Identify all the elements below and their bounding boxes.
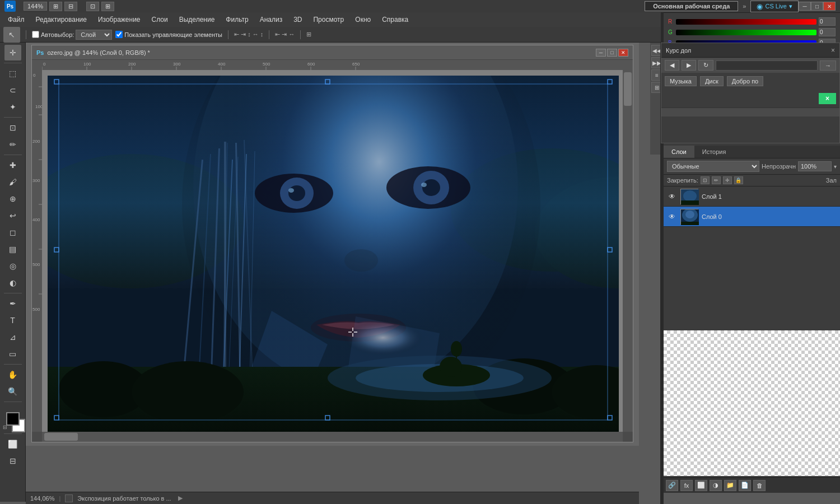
layer-effects-button[interactable]: fx <box>680 480 693 491</box>
zoom-expand-icon[interactable]: ⊞ <box>49 2 62 11</box>
hscroll-thumb[interactable] <box>44 433 78 441</box>
path-tool[interactable]: ⊿ <box>4 329 21 345</box>
link-layers-button[interactable]: 🔗 <box>666 480 678 491</box>
disk-button[interactable]: Диск <box>700 76 724 86</box>
add-mask-button[interactable]: ⬜ <box>695 480 707 491</box>
eyedropper-tool[interactable]: ✏ <box>4 137 21 152</box>
autoselect-select[interactable]: Слой Группа <box>76 30 112 40</box>
browser-refresh-button[interactable]: ↻ <box>698 60 713 71</box>
quick-mask-tool[interactable]: ⬜ <box>4 436 21 452</box>
layer-visibility-toggle[interactable]: 👁 <box>667 192 677 202</box>
browser-bottom-bar <box>661 108 839 116</box>
blur-tool[interactable]: ◎ <box>4 258 21 274</box>
zoom-display[interactable]: 144% <box>24 2 47 11</box>
autoselect-checkbox[interactable] <box>32 31 39 38</box>
lasso-tool[interactable]: ⊂ <box>4 82 21 98</box>
new-group-button[interactable]: 📁 <box>724 480 736 491</box>
dodge-tool[interactable]: ◐ <box>4 275 21 291</box>
gradient-tool[interactable]: ▤ <box>4 241 21 257</box>
delete-layer-button[interactable]: 🗑 <box>753 480 766 491</box>
music-button[interactable]: Музыка <box>665 76 697 86</box>
browser-back-button[interactable]: ◀ <box>665 60 679 71</box>
browser-go-button[interactable]: → <box>820 60 836 71</box>
menu-edit[interactable]: Редактирование <box>30 14 92 25</box>
extend-button[interactable]: » <box>743 3 746 10</box>
pen-tool[interactable]: ✒ <box>4 296 21 311</box>
menu-file[interactable]: Файл <box>2 14 30 25</box>
status-arrow[interactable]: ▶ <box>178 494 183 502</box>
lock-all-icon[interactable]: 🔒 <box>734 176 743 184</box>
adjustment-layer-button[interactable]: ◑ <box>710 480 722 491</box>
menu-3d[interactable]: 3D <box>288 14 307 25</box>
browser-panel-close[interactable]: × <box>831 46 835 54</box>
stamp-tool[interactable]: ⊕ <box>4 191 21 207</box>
horizontal-scrollbar[interactable] <box>42 432 623 442</box>
marquee-tool[interactable]: ⬚ <box>4 66 21 81</box>
heal-tool[interactable]: ✚ <box>4 157 21 173</box>
browser-nav-row: ◀ ▶ ↻ → <box>661 58 839 73</box>
menu-view[interactable]: Просмотр <box>307 14 349 25</box>
green-x-button[interactable]: × <box>819 93 836 104</box>
layer-row[interactable]: 👁 Слой 1 <box>664 186 840 207</box>
green-input[interactable] <box>819 28 836 36</box>
lock-pixels-icon[interactable]: ✏ <box>712 176 721 184</box>
menu-image[interactable]: Изображение <box>92 14 146 25</box>
red-input[interactable] <box>819 17 836 26</box>
screen-mode-icon[interactable]: ⊡ <box>86 2 99 11</box>
layer-row[interactable]: 👁 Слой 0 <box>664 207 840 227</box>
zoom-tool[interactable]: 🔍 <box>4 384 21 399</box>
green-slider[interactable] <box>676 30 816 35</box>
hand-tool[interactable]: ✋ <box>4 367 21 382</box>
tab-layers[interactable]: Слои <box>664 146 694 158</box>
svg-text:300: 300 <box>32 178 40 183</box>
blend-mode-select[interactable]: Обычные Растворение Затемнение <box>667 161 759 172</box>
arrange-icon[interactable]: ⊞ <box>101 2 114 11</box>
new-layer-button[interactable]: 📄 <box>739 480 751 491</box>
opacity-input[interactable] <box>798 161 832 171</box>
autoselect-label: Автовыбор: <box>41 31 74 38</box>
close-button[interactable]: ✕ <box>823 2 836 11</box>
doc-maximize-button[interactable]: □ <box>607 49 617 57</box>
cs-live-button[interactable]: ◉ CS Live ▾ <box>750 1 799 12</box>
browser-forward-button[interactable]: ▶ <box>682 60 696 71</box>
opacity-chevron[interactable]: ▾ <box>834 164 837 170</box>
brush-tool[interactable]: 🖌 <box>4 174 21 190</box>
shape-tool[interactable]: ▭ <box>4 346 21 362</box>
reset-colors-icon[interactable]: ⊟ <box>3 424 7 430</box>
text-tool[interactable]: T <box>4 312 21 328</box>
vscroll-thumb[interactable] <box>624 72 632 106</box>
tab-history[interactable]: История <box>694 146 734 158</box>
welcome-button[interactable]: Добро по <box>727 76 763 86</box>
foreground-color-box[interactable] <box>6 412 20 426</box>
screen-mode-tool[interactable]: ⊟ <box>4 453 21 469</box>
menu-window[interactable]: Окно <box>349 14 376 25</box>
lock-transparency-icon[interactable]: ⊡ <box>701 176 710 184</box>
move-tool[interactable]: ✛ <box>4 45 21 60</box>
menu-layers[interactable]: Слои <box>146 14 174 25</box>
magic-wand-tool[interactable]: ✦ <box>4 99 21 115</box>
layer-visibility-toggle[interactable]: 👁 <box>667 212 677 222</box>
lock-position-icon[interactable]: ✛ <box>723 176 732 184</box>
crop-tool[interactable]: ⊡ <box>4 120 21 136</box>
status-info-icon[interactable] <box>65 494 73 502</box>
show-controls-checkbox[interactable] <box>115 31 123 38</box>
eraser-tool[interactable]: ◻ <box>4 225 21 240</box>
browser-address-bar[interactable] <box>716 60 818 71</box>
history-brush-tool[interactable]: ↩ <box>4 208 21 223</box>
menu-help[interactable]: Справка <box>376 14 414 25</box>
minimize-button[interactable]: ─ <box>799 2 811 11</box>
menu-filter[interactable]: Фильтр <box>220 14 254 25</box>
menu-analysis[interactable]: Анализ <box>254 14 288 25</box>
move-tool-option[interactable]: ↖ <box>3 27 20 43</box>
maximize-button[interactable]: □ <box>811 2 823 11</box>
menu-select[interactable]: Выделение <box>174 14 221 25</box>
red-slider[interactable] <box>676 19 816 25</box>
vertical-scrollbar[interactable] <box>623 70 633 432</box>
zoom-fit-icon[interactable]: ⊟ <box>64 2 77 11</box>
workspace-button[interactable]: Основная рабочая среда <box>645 1 738 11</box>
doc-minimize-button[interactable]: ─ <box>596 49 606 57</box>
canvas-viewport[interactable] <box>42 70 623 432</box>
doc-close-button[interactable]: ✕ <box>618 49 628 57</box>
photoshop-canvas[interactable] <box>48 76 619 432</box>
svg-point-51 <box>288 188 294 193</box>
